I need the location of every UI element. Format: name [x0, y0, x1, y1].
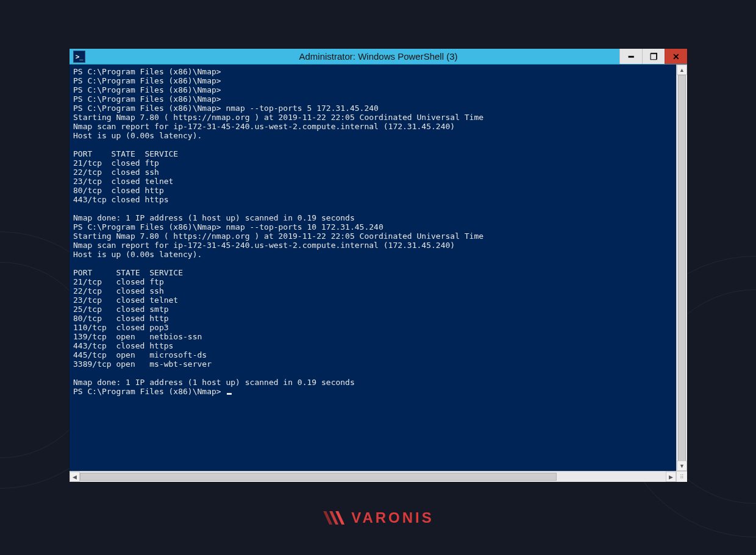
vertical-scrollbar[interactable]: ▲ ▼	[676, 65, 687, 471]
powershell-icon: >_	[73, 51, 85, 63]
powershell-window: >_ Administrator: Windows PowerShell (3)…	[70, 49, 687, 482]
window-title: Administrator: Windows PowerShell (3)	[70, 51, 687, 62]
horizontal-scrollbar[interactable]: ◀ ▶ ⠿	[70, 471, 687, 482]
scroll-right-button[interactable]: ▶	[666, 472, 676, 482]
scroll-down-button[interactable]: ▼	[677, 461, 687, 471]
horizontal-scroll-thumb[interactable]	[80, 473, 557, 481]
close-button[interactable]: ✕	[665, 49, 687, 64]
terminal-cursor	[227, 393, 232, 395]
minimize-button[interactable]: ━	[619, 49, 642, 64]
resize-grip-icon[interactable]: ⠿	[676, 472, 687, 482]
scroll-left-button[interactable]: ◀	[70, 472, 80, 482]
varonis-logo: VARONIS	[322, 509, 434, 527]
vertical-scroll-thumb[interactable]	[678, 75, 686, 466]
window-controls: ━ ❐ ✕	[619, 49, 687, 64]
varonis-mark-icon	[322, 509, 346, 527]
terminal-output[interactable]: PS C:\Program Files (x86)\Nmap> PS C:\Pr…	[70, 65, 676, 471]
horizontal-scroll-track[interactable]	[80, 472, 666, 482]
scroll-up-button[interactable]: ▲	[677, 65, 687, 75]
varonis-wordmark: VARONIS	[351, 509, 434, 526]
titlebar[interactable]: >_ Administrator: Windows PowerShell (3)…	[70, 49, 687, 65]
maximize-button[interactable]: ❐	[642, 49, 665, 64]
client-area: PS C:\Program Files (x86)\Nmap> PS C:\Pr…	[70, 65, 687, 482]
terminal-prompt[interactable]: PS C:\Program Files (x86)\Nmap>	[73, 387, 226, 396]
